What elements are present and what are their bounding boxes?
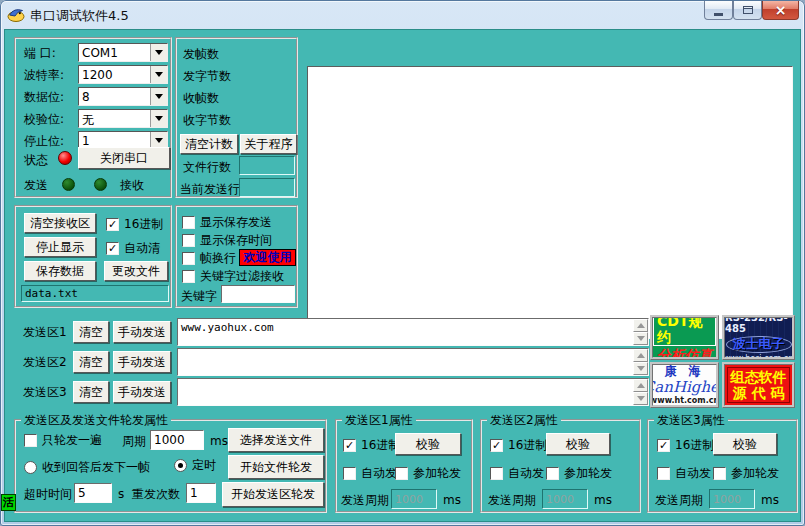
- answer-mode-radio[interactable]: 收到回答后发下一帧: [24, 459, 150, 476]
- title-bar[interactable]: 串口调试软件4.5 ×: [0, 0, 805, 29]
- scroll-down-icon[interactable]: [633, 362, 648, 375]
- chevron-down-icon[interactable]: [150, 110, 167, 127]
- keyword-input[interactable]: [221, 285, 295, 303]
- show-save-send-checkbox[interactable]: 显示保存发送: [182, 214, 272, 231]
- ad-bosi-banner[interactable]: RS-232/RS-485 波士电子 www.bosi.com.cn: [722, 315, 795, 360]
- keyword-filter-checkbox[interactable]: 关键字过滤接收: [182, 268, 284, 285]
- save-data-button[interactable]: 保存数据: [24, 261, 96, 281]
- ad-zutai-banner[interactable]: 组态软件 源 代 码: [722, 362, 795, 408]
- ad-bosi-line1: RS-232/RS-485: [725, 315, 792, 335]
- send-area2-content[interactable]: [178, 349, 633, 375]
- timer-mode-label: 定时: [192, 457, 216, 474]
- recv-led-icon: [94, 178, 107, 191]
- chevron-down-icon[interactable]: [150, 66, 167, 83]
- area3-auto-checkbox[interactable]: 自动发: [657, 465, 711, 482]
- send-area3-manual-button[interactable]: 手动发送: [113, 381, 171, 403]
- send-area1-textarea[interactable]: www.yaohux.com: [177, 318, 649, 346]
- frame-newline-label: 帧换行: [200, 250, 236, 267]
- send-area3-clear-button[interactable]: 清空: [73, 381, 109, 403]
- databits-select[interactable]: 8: [78, 87, 168, 106]
- timeout-input[interactable]: 5: [74, 483, 112, 503]
- baud-select[interactable]: 1200: [78, 65, 168, 84]
- area3-period-label: 发送周期: [655, 493, 703, 507]
- clear-counters-button[interactable]: 清空计数: [180, 134, 238, 154]
- recv-led-label: 接收: [120, 178, 144, 192]
- period-label: 周期: [122, 434, 146, 448]
- timer-mode-radio[interactable]: 定时: [174, 457, 216, 474]
- area3-period-input: 1000: [709, 489, 755, 509]
- change-file-button[interactable]: 更改文件: [104, 261, 168, 281]
- ad-cdt-banner[interactable]: CDT规约 分析仿真: [650, 315, 719, 360]
- scrollbar[interactable]: [633, 379, 648, 405]
- send-area2-textarea[interactable]: [177, 348, 649, 376]
- send-area2-manual-button[interactable]: 手动发送: [113, 351, 171, 373]
- area3-join-checkbox[interactable]: 参加轮发: [713, 465, 779, 482]
- loop-once-checkbox[interactable]: 只轮发一遍: [24, 432, 102, 449]
- autoclear-checkbox[interactable]: 自动清: [106, 240, 160, 257]
- minimize-button[interactable]: [704, 1, 733, 20]
- current-line-label: 当前发送行: [180, 182, 240, 196]
- send-area3-textarea[interactable]: [177, 378, 649, 406]
- area2-hex-label: 16进制: [508, 437, 547, 454]
- ime-indicator-icon[interactable]: 活: [1, 494, 16, 511]
- frames-sent-label: 发帧数: [183, 47, 219, 61]
- scroll-down-icon[interactable]: [633, 392, 648, 405]
- port-settings-panel: 端 口: COM1 波特率: 1200 数据位: 8 校验位: 无 停止位:: [14, 37, 172, 198]
- area1-hex-checkbox[interactable]: 16进制: [343, 437, 400, 454]
- clear-receive-button[interactable]: 清空接收区: [24, 213, 96, 233]
- area2-props-title: 发送区2属性: [487, 413, 561, 427]
- ad-bosi-line2: 波士电子: [726, 336, 792, 353]
- chevron-down-icon[interactable]: [150, 88, 167, 105]
- area1-period-input: 1000: [391, 489, 437, 509]
- parity-label: 校验位:: [24, 112, 64, 126]
- area2-verify-button[interactable]: 校验: [546, 433, 610, 455]
- send-area2-label: 发送区2: [23, 355, 67, 369]
- hex-display-checkbox[interactable]: 16进制: [106, 216, 163, 233]
- chevron-down-icon[interactable]: [150, 44, 167, 61]
- receive-display[interactable]: [307, 66, 793, 339]
- ad-kanghai-banner[interactable]: 康 海 CanHigher www.ht.com.cn: [650, 362, 719, 408]
- send-area2-clear-button[interactable]: 清空: [73, 351, 109, 373]
- stop-display-button[interactable]: 停止显示: [24, 237, 96, 257]
- scroll-down-icon[interactable]: [633, 332, 648, 345]
- frame-newline-checkbox[interactable]: 帧换行: [182, 250, 236, 267]
- close-port-button[interactable]: 关闭串口: [78, 147, 170, 169]
- retry-input[interactable]: 1: [186, 483, 216, 503]
- maximize-button[interactable]: [733, 1, 762, 20]
- show-save-time-checkbox[interactable]: 显示保存时间: [182, 232, 272, 249]
- scroll-up-icon[interactable]: [633, 349, 648, 362]
- scrollbar[interactable]: [633, 349, 648, 375]
- about-button[interactable]: 关于程序: [240, 134, 297, 154]
- parity-select[interactable]: 无: [78, 109, 168, 128]
- select-send-file-button[interactable]: 选择发送文件: [228, 428, 324, 452]
- start-area-rotation-button[interactable]: 开始发送区轮发: [222, 482, 324, 507]
- scroll-up-icon[interactable]: [633, 319, 648, 332]
- area3-verify-button[interactable]: 校验: [713, 433, 777, 455]
- area1-join-checkbox[interactable]: 参加轮发: [395, 465, 461, 482]
- area3-hex-checkbox[interactable]: 16进制: [657, 437, 714, 454]
- period-unit-label: ms: [210, 434, 228, 448]
- checkbox-icon: [490, 467, 503, 480]
- checkbox-icon: [343, 439, 356, 452]
- area3-props-title: 发送区3属性: [654, 413, 728, 427]
- area3-hex-label: 16进制: [675, 437, 714, 454]
- area1-auto-checkbox[interactable]: 自动发: [343, 465, 397, 482]
- send-area3-content[interactable]: [178, 379, 633, 405]
- area2-hex-checkbox[interactable]: 16进制: [490, 437, 547, 454]
- scroll-up-icon[interactable]: [633, 379, 648, 392]
- area2-join-checkbox[interactable]: 参加轮发: [546, 465, 612, 482]
- send-area1-content[interactable]: www.yaohux.com: [178, 319, 633, 345]
- filename-input[interactable]: data.txt: [21, 285, 169, 302]
- send-area1-manual-button[interactable]: 手动发送: [113, 321, 171, 343]
- close-button[interactable]: ×: [762, 1, 799, 20]
- minimize-icon: [714, 13, 723, 16]
- period-input[interactable]: 1000: [150, 430, 204, 450]
- scrollbar[interactable]: [633, 319, 648, 345]
- port-select[interactable]: COM1: [78, 43, 168, 62]
- send-area1-clear-button[interactable]: 清空: [73, 321, 109, 343]
- status-label: 状态: [24, 153, 48, 167]
- area1-verify-button[interactable]: 校验: [395, 433, 461, 455]
- area3-auto-label: 自动发: [675, 465, 711, 482]
- area2-auto-checkbox[interactable]: 自动发: [490, 465, 544, 482]
- start-file-rotation-button[interactable]: 开始文件轮发: [228, 455, 324, 479]
